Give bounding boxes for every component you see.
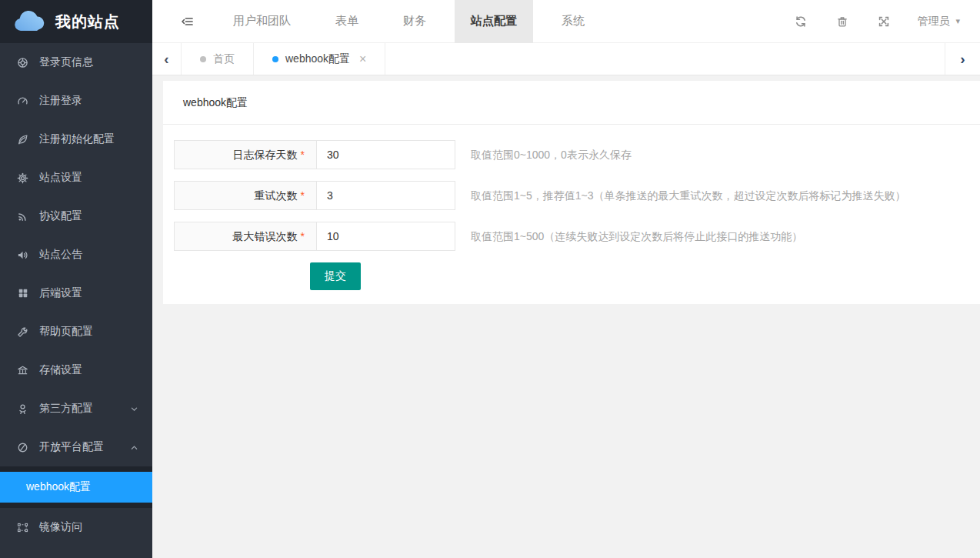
chevron-right-icon: › — [960, 51, 965, 68]
tab-bar-spacer — [385, 43, 945, 75]
nav-tab-label: 用户和团队 — [233, 14, 291, 28]
log-retention-days-input[interactable] — [316, 140, 455, 169]
nav-tab-label: 站点配置 — [471, 14, 517, 28]
sidebar-item-label: 协议配置 — [39, 209, 82, 223]
form-row-retry-count: 重试次数* 取值范围1~5，推荐值1~3（单条推送的最大重试次数，超过设定次数后… — [174, 181, 960, 210]
nav-tab-label: 系统 — [562, 14, 585, 28]
sidebar-item-backend-settings[interactable]: 后端设置 — [0, 274, 152, 312]
required-mark: * — [301, 149, 305, 161]
user-menu[interactable]: 管理员 ▾ — [905, 15, 980, 28]
field-label: 日志保存天数* — [174, 140, 317, 169]
field-hint: 取值范围0~1000，0表示永久保存 — [471, 140, 632, 169]
sidebar-item-label: 站点设置 — [39, 171, 82, 185]
dashboard-icon — [16, 95, 29, 107]
person-icon — [16, 403, 29, 415]
sidebar-item-label: 开放平台配置 — [39, 440, 104, 454]
sidebar-item-site-settings[interactable]: 站点设置 — [0, 159, 152, 197]
grid-icon — [16, 288, 29, 299]
page-tab-bar: ‹ 首页 webhook配置 × › — [152, 43, 980, 75]
sidebar-item-label: 注册登录 — [39, 94, 82, 108]
sidebar-item-label: 存储设置 — [39, 363, 82, 377]
trash-icon[interactable] — [822, 15, 863, 28]
sidebar-item-label: 第三方配置 — [39, 402, 93, 416]
site-title: 我的站点 — [55, 12, 120, 32]
field-label: 最大错误次数* — [174, 222, 317, 251]
fullscreen-icon[interactable] — [863, 15, 905, 28]
main-area: 用户和团队 表单 财务 站点配置 系统 — [152, 0, 980, 558]
object-group-icon — [16, 522, 29, 533]
field-label-text: 最大错误次数 — [233, 230, 298, 242]
sidebar-item-label: 镜像访问 — [39, 520, 82, 534]
sidebar-item-webhook-config[interactable]: webhook配置 — [0, 472, 152, 503]
submit-button[interactable]: 提交 — [310, 262, 361, 290]
app-window: 我的站点 登录页信息 注册登录 — [0, 0, 980, 558]
sidebar-menu: 登录页信息 注册登录 注册初始化配置 — [0, 43, 152, 558]
tabs-scroll-left-button[interactable]: ‹ — [152, 43, 182, 75]
nav-tab-system[interactable]: 系统 — [545, 0, 601, 43]
sidebar-item-third-party-config[interactable]: 第三方配置 — [0, 389, 152, 428]
chevron-up-icon — [130, 443, 138, 452]
sidebar-item-protocol-config[interactable]: 协议配置 — [0, 197, 152, 236]
page-tab-home[interactable]: 首页 — [182, 43, 254, 75]
sidebar-item-label: 站点公告 — [39, 248, 82, 262]
cloud-logo-icon — [13, 10, 45, 33]
sidebar-item-storage-settings[interactable]: 存储设置 — [0, 351, 152, 389]
submenu-item-label: webhook配置 — [26, 480, 91, 494]
sidebar-item-help-page-config[interactable]: 帮助页配置 — [0, 312, 152, 351]
required-mark: * — [301, 230, 305, 242]
page-tab-label: webhook配置 — [285, 52, 350, 66]
menu-fold-icon[interactable] — [152, 15, 211, 28]
speaker-icon — [16, 249, 29, 261]
tabs-scroll-right-button[interactable]: › — [945, 43, 980, 75]
chevron-left-icon: ‹ — [164, 51, 168, 68]
sidebar-item-login-page-info[interactable]: 登录页信息 — [0, 43, 152, 82]
life-ring-icon — [16, 57, 29, 68]
nav-tab-forms[interactable]: 表单 — [319, 0, 375, 43]
refresh-icon[interactable] — [780, 15, 822, 28]
field-label-text: 重试次数 — [255, 189, 298, 202]
field-label-text: 日志保存天数 — [233, 149, 298, 161]
tab-dot-icon — [200, 56, 206, 62]
leaf-pen-icon — [16, 134, 29, 145]
top-header: 用户和团队 表单 财务 站点配置 系统 — [152, 0, 980, 43]
card-title: webhook配置 — [163, 81, 980, 125]
close-icon[interactable]: × — [359, 53, 366, 65]
rss-icon — [16, 211, 29, 222]
nav-tab-label: 表单 — [335, 14, 358, 28]
sidebar-item-register-login[interactable]: 注册登录 — [0, 82, 152, 120]
sidebar-item-site-announcement[interactable]: 站点公告 — [0, 236, 152, 274]
open-platform-submenu: webhook配置 — [0, 466, 152, 508]
bank-icon — [16, 365, 29, 376]
retry-count-input[interactable] — [316, 181, 455, 210]
max-error-count-input[interactable] — [316, 222, 455, 251]
sidebar-item-open-platform-config[interactable]: 开放平台配置 — [0, 428, 152, 466]
sidebar-item-register-init-config[interactable]: 注册初始化配置 — [0, 120, 152, 159]
page-tab-webhook-config[interactable]: webhook配置 × — [254, 43, 385, 75]
sidebar-item-label: 帮助页配置 — [39, 325, 93, 339]
header-actions: 管理员 ▾ — [780, 15, 980, 28]
field-hint: 取值范围1~500（连续失败达到设定次数后将停止此接口的推送功能） — [471, 222, 802, 251]
circle-slash-icon — [16, 442, 29, 453]
sidebar-item-label: 注册初始化配置 — [39, 132, 115, 146]
field-hint: 取值范围1~5，推荐值1~3（单条推送的最大重试次数，超过设定次数后将标记为推送… — [471, 181, 906, 210]
brand-logo: 我的站点 — [0, 0, 152, 43]
content-area: webhook配置 日志保存天数* 取值范围0~1000，0表示永久保存 重试次… — [152, 75, 980, 558]
sidebar-item-mirror-access[interactable]: 镜像访问 — [0, 508, 152, 546]
submit-row: 提交 — [310, 262, 960, 290]
page-tab-label: 首页 — [213, 52, 235, 66]
nav-tab-users-teams[interactable]: 用户和团队 — [217, 0, 307, 43]
form-row-max-error-count: 最大错误次数* 取值范围1~500（连续失败达到设定次数后将停止此接口的推送功能… — [174, 222, 960, 251]
user-name: 管理员 — [917, 15, 949, 28]
gear-icon — [16, 172, 29, 184]
nav-tab-label: 财务 — [403, 14, 426, 28]
webhook-config-card: webhook配置 日志保存天数* 取值范围0~1000，0表示永久保存 重试次… — [163, 81, 980, 304]
caret-down-icon: ▾ — [955, 16, 960, 26]
sidebar-item-label: 登录页信息 — [39, 55, 93, 69]
wrench-icon — [16, 326, 29, 338]
nav-tab-finance[interactable]: 财务 — [387, 0, 442, 43]
field-label: 重试次数* — [174, 181, 317, 210]
nav-tab-site-config[interactable]: 站点配置 — [455, 0, 533, 43]
required-mark: * — [301, 189, 305, 202]
sidebar-item-label: 后端设置 — [39, 286, 82, 300]
chevron-down-icon — [130, 405, 138, 413]
